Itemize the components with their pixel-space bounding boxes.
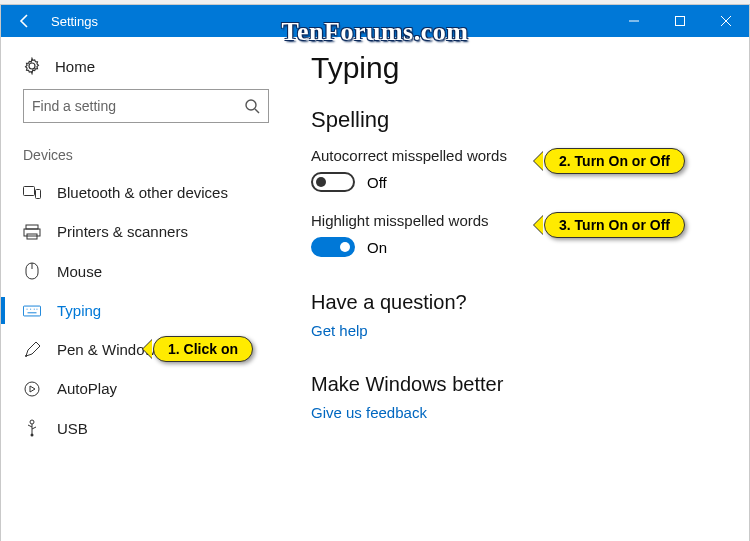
close-button[interactable] <box>703 5 749 37</box>
autocorrect-toggle[interactable] <box>311 172 355 192</box>
svg-point-17 <box>25 355 27 357</box>
body: Home Find a setting Devices Bluetooth & … <box>1 37 749 541</box>
sidebar-item-mouse[interactable]: Mouse <box>1 251 291 291</box>
gear-icon <box>23 57 41 75</box>
sidebar-item-label: Typing <box>57 302 101 319</box>
feedback-link[interactable]: Give us feedback <box>311 404 729 421</box>
svg-point-21 <box>31 434 34 437</box>
sidebar-item-typing[interactable]: Typing <box>1 291 291 330</box>
maximize-button[interactable] <box>657 5 703 37</box>
sidebar-item-printers[interactable]: Printers & scanners <box>1 212 291 251</box>
autocorrect-state: Off <box>367 174 387 191</box>
svg-point-19 <box>30 420 34 424</box>
page-title: Typing <box>311 51 729 85</box>
minimize-button[interactable] <box>611 5 657 37</box>
search-placeholder: Find a setting <box>32 98 244 114</box>
sidebar: Home Find a setting Devices Bluetooth & … <box>1 37 291 541</box>
svg-rect-6 <box>26 225 38 229</box>
back-button[interactable] <box>11 5 39 37</box>
get-help-link[interactable]: Get help <box>311 322 729 339</box>
svg-rect-7 <box>24 229 40 236</box>
settings-window: Settings Home Find a setting <box>0 4 750 541</box>
annotation-callout-2: 2. Turn On or Off <box>544 148 685 174</box>
section-spelling-title: Spelling <box>311 107 729 133</box>
search-input[interactable]: Find a setting <box>23 89 269 123</box>
devices-icon <box>23 186 41 200</box>
highlight-toggle[interactable] <box>311 237 355 257</box>
sidebar-item-label: Mouse <box>57 263 102 280</box>
svg-point-2 <box>246 100 256 110</box>
sidebar-item-label: AutoPlay <box>57 380 117 397</box>
usb-icon <box>23 419 41 437</box>
svg-rect-1 <box>676 17 685 26</box>
svg-point-18 <box>25 382 39 396</box>
sidebar-group-label: Devices <box>1 141 291 173</box>
sidebar-item-autoplay[interactable]: AutoPlay <box>1 369 291 408</box>
highlight-row: On <box>311 237 729 257</box>
sidebar-item-label: Bluetooth & other devices <box>57 184 228 201</box>
home-label: Home <box>55 58 95 75</box>
question-title: Have a question? <box>311 291 729 314</box>
better-title: Make Windows better <box>311 373 729 396</box>
svg-rect-11 <box>23 306 40 316</box>
keyboard-icon <box>23 305 41 317</box>
sidebar-item-bluetooth[interactable]: Bluetooth & other devices <box>1 173 291 212</box>
window-title: Settings <box>51 14 98 29</box>
sidebar-item-usb[interactable]: USB <box>1 408 291 448</box>
titlebar: Settings <box>1 5 749 37</box>
autocorrect-row: Off <box>311 172 729 192</box>
autoplay-icon <box>23 381 41 397</box>
window-controls <box>611 5 749 37</box>
annotation-callout-1: 1. Click on <box>153 336 253 362</box>
sidebar-item-label: USB <box>57 420 88 437</box>
sidebar-item-label: Printers & scanners <box>57 223 188 240</box>
svg-rect-4 <box>24 186 35 195</box>
pen-icon <box>23 342 41 358</box>
search-icon <box>244 98 260 114</box>
printer-icon <box>23 224 41 240</box>
titlebar-left: Settings <box>1 5 98 37</box>
home-nav[interactable]: Home <box>1 49 291 89</box>
highlight-state: On <box>367 239 387 256</box>
annotation-callout-3: 3. Turn On or Off <box>544 212 685 238</box>
mouse-icon <box>23 262 41 280</box>
svg-rect-5 <box>36 189 41 198</box>
content-pane: Typing Spelling Autocorrect misspelled w… <box>291 37 749 541</box>
svg-line-3 <box>255 109 259 113</box>
